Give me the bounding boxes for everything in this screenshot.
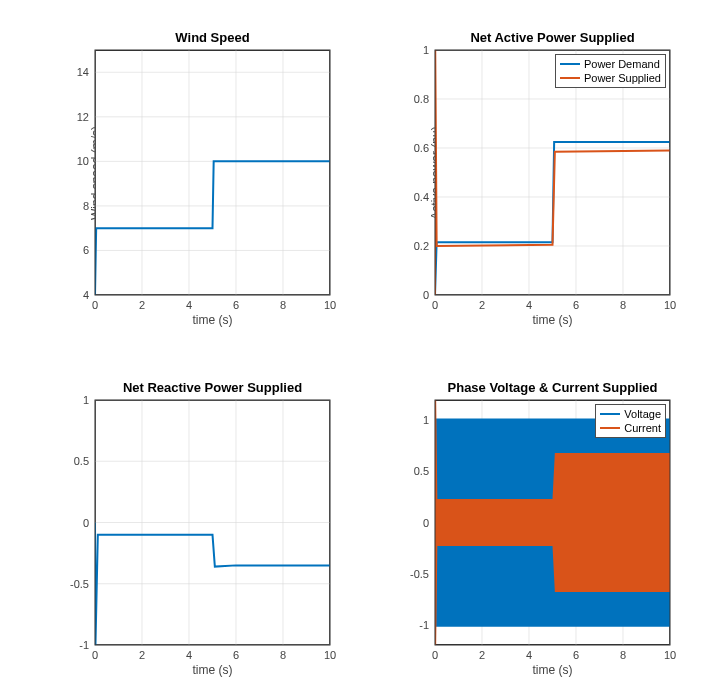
x-axis-label: time (s) bbox=[95, 313, 330, 327]
svg-text:-0.5: -0.5 bbox=[410, 568, 429, 580]
svg-text:0: 0 bbox=[423, 517, 429, 529]
svg-text:-1: -1 bbox=[419, 619, 429, 631]
svg-text:2: 2 bbox=[479, 649, 485, 661]
legend-label: Voltage bbox=[624, 407, 661, 421]
legend-item: Current bbox=[600, 421, 661, 435]
svg-text:10: 10 bbox=[324, 649, 336, 661]
svg-text:8: 8 bbox=[620, 299, 626, 311]
subplot-phase-vi: Phase Voltage & Current Supplied Voltage… bbox=[435, 400, 670, 645]
svg-text:10: 10 bbox=[77, 155, 89, 167]
svg-text:4: 4 bbox=[186, 649, 192, 661]
legend-item: Voltage bbox=[600, 407, 661, 421]
svg-text:8: 8 bbox=[280, 649, 286, 661]
svg-text:4: 4 bbox=[83, 289, 89, 301]
chart-title: Net Reactive Power Supplied bbox=[95, 380, 330, 395]
subplot-net-active: Net Active Power Supplied Active power (… bbox=[435, 50, 670, 295]
legend-swatch-icon bbox=[560, 77, 580, 79]
legend-label: Power Supplied bbox=[584, 71, 661, 85]
svg-text:6: 6 bbox=[573, 299, 579, 311]
chart-title: Net Active Power Supplied bbox=[435, 30, 670, 45]
svg-text:1: 1 bbox=[423, 414, 429, 426]
svg-text:6: 6 bbox=[233, 299, 239, 311]
svg-text:8: 8 bbox=[620, 649, 626, 661]
svg-text:0: 0 bbox=[92, 649, 98, 661]
svg-text:-0.5: -0.5 bbox=[70, 578, 89, 590]
chart-title: Wind Speed bbox=[95, 30, 330, 45]
plot-svg: 0246810-1-0.500.51 bbox=[95, 400, 330, 645]
svg-text:1: 1 bbox=[423, 44, 429, 56]
svg-text:10: 10 bbox=[664, 649, 676, 661]
svg-text:6: 6 bbox=[233, 649, 239, 661]
legend-label: Current bbox=[624, 421, 661, 435]
svg-text:14: 14 bbox=[77, 66, 89, 78]
legend-item: Power Supplied bbox=[560, 71, 661, 85]
x-axis-label: time (s) bbox=[435, 313, 670, 327]
plot-svg: 0246810468101214 bbox=[95, 50, 330, 295]
svg-text:0.8: 0.8 bbox=[414, 93, 429, 105]
svg-text:0: 0 bbox=[92, 299, 98, 311]
svg-text:6: 6 bbox=[573, 649, 579, 661]
x-axis-label: time (s) bbox=[95, 663, 330, 677]
svg-text:0.6: 0.6 bbox=[414, 142, 429, 154]
legend: Power Demand Power Supplied bbox=[555, 54, 666, 88]
subplot-wind-speed: Wind Speed Wind speed (m/s) time (s) 024… bbox=[95, 50, 330, 295]
legend-swatch-icon bbox=[600, 427, 620, 429]
svg-text:10: 10 bbox=[324, 299, 336, 311]
subplot-net-reactive: Net Reactive Power Supplied Reactive pow… bbox=[95, 400, 330, 645]
x-axis-label: time (s) bbox=[435, 663, 670, 677]
svg-text:4: 4 bbox=[526, 299, 532, 311]
figure: Wind Speed Wind speed (m/s) time (s) 024… bbox=[0, 0, 720, 700]
svg-text:1: 1 bbox=[83, 394, 89, 406]
legend: Voltage Current bbox=[595, 404, 666, 438]
svg-text:2: 2 bbox=[479, 299, 485, 311]
svg-text:0.5: 0.5 bbox=[74, 455, 89, 467]
svg-text:4: 4 bbox=[186, 299, 192, 311]
legend-item: Power Demand bbox=[560, 57, 661, 71]
legend-swatch-icon bbox=[600, 413, 620, 415]
svg-text:8: 8 bbox=[83, 200, 89, 212]
svg-text:0: 0 bbox=[432, 299, 438, 311]
svg-text:12: 12 bbox=[77, 111, 89, 123]
svg-text:0: 0 bbox=[432, 649, 438, 661]
svg-text:2: 2 bbox=[139, 299, 145, 311]
svg-text:-1: -1 bbox=[79, 639, 89, 651]
svg-text:0.4: 0.4 bbox=[414, 191, 429, 203]
svg-text:2: 2 bbox=[139, 649, 145, 661]
svg-text:6: 6 bbox=[83, 244, 89, 256]
svg-text:0: 0 bbox=[83, 517, 89, 529]
legend-label: Power Demand bbox=[584, 57, 660, 71]
legend-swatch-icon bbox=[560, 63, 580, 65]
svg-text:4: 4 bbox=[526, 649, 532, 661]
svg-text:10: 10 bbox=[664, 299, 676, 311]
svg-text:8: 8 bbox=[280, 299, 286, 311]
svg-text:0.5: 0.5 bbox=[414, 465, 429, 477]
svg-text:0: 0 bbox=[423, 289, 429, 301]
svg-text:0.2: 0.2 bbox=[414, 240, 429, 252]
chart-title: Phase Voltage & Current Supplied bbox=[435, 380, 670, 395]
